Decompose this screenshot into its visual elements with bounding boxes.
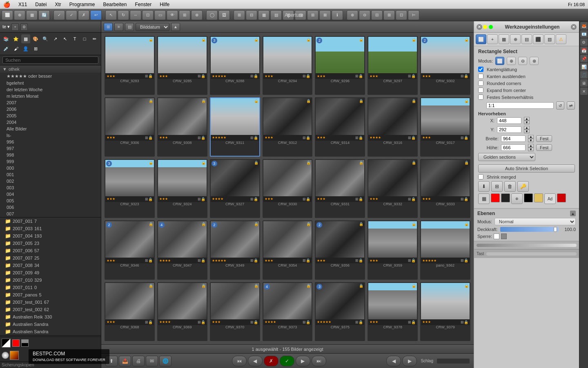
modus-ebenen-select[interactable]: Normal xyxy=(494,218,576,225)
flag-btn[interactable]: ✓ xyxy=(280,356,294,366)
photo-cell-CRW_9296[interactable]: 2 🔒 ★★★ ⊞🔒 CRW_9296 xyxy=(315,36,365,95)
sidebar-item-999[interactable]: 999 xyxy=(0,158,101,165)
red-color[interactable] xyxy=(12,339,20,347)
toolbar-btn-3[interactable]: ▦ xyxy=(26,10,38,20)
toolbar-btn-2[interactable]: ⊕ xyxy=(14,10,25,20)
next-btn[interactable]: ▶ xyxy=(296,356,310,366)
sidebar-item-004[interactable]: 004 xyxy=(0,191,101,197)
folder-2007-007[interactable]: 📁 2007_007 25 xyxy=(0,254,101,262)
photo-cell-CRW_9370[interactable]: 🔒 ★★★ ⊞🔒 CRW_9370 xyxy=(210,282,260,341)
sidebar-item-997[interactable]: 997 xyxy=(0,145,101,152)
y-up-btn[interactable]: ▲ xyxy=(524,126,530,130)
reject-btn[interactable]: ✗ xyxy=(264,356,278,366)
breite-up-btn[interactable]: ▲ xyxy=(528,135,534,139)
tool-pen[interactable]: ✏ xyxy=(90,34,99,43)
tool-zoom[interactable]: 🔍 xyxy=(41,34,50,43)
panel-close-x[interactable]: ✕ xyxy=(571,24,577,30)
toolbar-btn-6[interactable]: ✓ xyxy=(66,10,77,20)
far-icon-3[interactable]: ⚙ xyxy=(580,38,588,46)
photo-cell-CRW_9347[interactable]: 4 🔒 ★★★★ ⊞🔒 CRW_9347 xyxy=(157,220,207,279)
folder-australien-sandra-2[interactable]: 📁 Australien Sandra xyxy=(0,328,101,335)
far-icon-7[interactable]: 🎵 xyxy=(580,71,588,79)
opacity-slider[interactable] xyxy=(500,227,559,232)
toolbar-btn-rect[interactable]: ▭ xyxy=(154,10,166,20)
folder-2007-003[interactable]: 📁 2007_003 161 xyxy=(0,225,101,232)
toolbar-btn-zoom6[interactable]: ⊢ xyxy=(408,10,419,20)
sidebar-item-week[interactable]: der letzten Woche xyxy=(0,86,101,93)
sidebar-item-996[interactable]: 996 xyxy=(0,139,101,145)
menu-datei[interactable]: Datei xyxy=(33,2,48,7)
sidebar-settings-btn[interactable]: ⚙ xyxy=(20,23,28,31)
action-btn-3[interactable]: 🗑 xyxy=(504,181,516,192)
folder-2007-004[interactable]: 📁 2007_004 193 xyxy=(0,232,101,240)
kanten-ausblenden-checkbox[interactable] xyxy=(478,74,483,79)
golden-sections-select[interactable]: Golden sections xyxy=(478,153,535,161)
ratio-reset-btn[interactable]: ↺ xyxy=(556,101,564,110)
kantenglattung-checkbox[interactable] xyxy=(478,67,483,72)
toolbar-btn-8[interactable]: ↩ xyxy=(90,10,102,20)
folder-2007-011[interactable]: 📁 2007_011 0 xyxy=(0,284,101,291)
photo-cell-CRW_9311[interactable]: 🔒 ★★★★★ ⊞🔒 CRW_9311 xyxy=(210,97,260,156)
photo-cell-CRW_9369[interactable]: 🔒 ★★★★ ⊞🔒 CRW_9369 xyxy=(157,282,207,341)
prev-reject-btn[interactable]: ⏮ xyxy=(232,356,247,366)
toolbar-btn-flip[interactable]: ↔ xyxy=(130,10,141,20)
sidebar-item-month[interactable]: m letzten Monat xyxy=(0,93,101,99)
panel-tool-merge[interactable]: ⊕ xyxy=(510,34,521,44)
photo-cell-CRW_9283[interactable]: 🔒 ★★★ ⊞🔒 CRW_9283 xyxy=(105,36,155,95)
folder-2007-panos[interactable]: 📁 2007_panos 5 xyxy=(0,291,101,298)
sidebar-item-001[interactable]: 001 xyxy=(0,171,101,178)
photo-cell-CRW_9302[interactable]: 2 🔒 ★★★ ⊞🔒 CRW_9302 xyxy=(420,36,470,95)
sidebar-item-2006[interactable]: 2006 xyxy=(0,106,101,112)
sidebar-item-stars[interactable]: ★★★★★ oder besser xyxy=(0,73,101,80)
photo-cell-CRW_9316[interactable]: 🔒 ★★★★ ⊞🔒 CRW_9316 xyxy=(368,97,418,156)
folder-2007-test-001[interactable]: 📁 2007_test_001 67 xyxy=(0,298,101,306)
photo-cell-CRW_9375[interactable]: 3 🔒 ★★★★★ ⊞🔒 CRW_9375 xyxy=(315,282,365,341)
photo-cell-CRW_9349[interactable]: 2 🔒 ★★★★★ ⊞🔒 CRW_9349 xyxy=(210,220,260,279)
x-down-btn[interactable]: ▼ xyxy=(524,121,530,124)
prev-btn[interactable]: ◀ xyxy=(248,356,263,366)
photo-cell-CRW_9356[interactable]: 2 🔒 ★★★ ⊞🔒 CRW_9356 xyxy=(315,220,365,279)
photo-cell-CRW_9331[interactable]: 🔒 ★★★ ⊞🔒 CRW_9331 xyxy=(315,159,365,218)
sidebar-item-rejected[interactable]: bgelehnt xyxy=(0,80,101,86)
action-btn-2[interactable]: ⊞ xyxy=(491,181,503,192)
apple-menu[interactable]: 🍎 xyxy=(3,1,10,8)
rounded-corners-checkbox[interactable] xyxy=(478,81,483,86)
sidebar-item-005[interactable]: 005 xyxy=(0,197,101,204)
toolbar-btn-5[interactable]: ✓ xyxy=(53,10,65,20)
folder-australien-sandra-1[interactable]: 📁 Australien Sandra xyxy=(0,321,101,328)
toolbar-btn-info[interactable]: ℹ xyxy=(332,10,343,20)
sidebar-item-ls[interactable]: ls- xyxy=(0,132,101,139)
panel-tool-view3[interactable]: ▧ xyxy=(544,34,555,44)
shrink-merged-checkbox[interactable] xyxy=(478,174,483,180)
folder-2007-005[interactable]: 📁 2007_005 23 xyxy=(0,240,101,247)
menu-hilfe[interactable]: Hilfe xyxy=(158,2,171,7)
tool-rect[interactable]: □ xyxy=(80,34,89,43)
folder-2007-test-002[interactable]: 📁 2007_test_002 62 xyxy=(0,306,101,313)
toolbar-btn-1[interactable]: ⬜ xyxy=(2,10,13,20)
auto-shrink-btn[interactable]: Auto Shrink Selection xyxy=(478,164,575,173)
action-btn-4[interactable]: 🔑 xyxy=(517,181,529,192)
tool-star[interactable]: ⭐ xyxy=(11,34,20,43)
sort-select[interactable]: Bilddatum xyxy=(136,23,169,31)
toolbar-btn-zoom4[interactable]: ⊞ xyxy=(383,10,395,20)
folder-australien-reik[interactable]: 📁 Australien Reik 330 xyxy=(0,313,101,321)
ratio-swap-btn[interactable]: ⇄ xyxy=(567,101,575,110)
breite-input[interactable] xyxy=(501,135,526,142)
modus-btn-3[interactable]: ⊖ xyxy=(518,57,527,65)
panel-tool-add[interactable]: + xyxy=(487,34,498,44)
photo-cell-CRW_9327[interactable]: 3 🔒 ★★★★ ⊞🔒 CRW_9327 xyxy=(210,159,260,218)
ratio-input[interactable] xyxy=(486,102,554,109)
yellow-swatch[interactable] xyxy=(534,193,543,202)
y-input[interactable] xyxy=(497,126,521,133)
print-btn[interactable]: 🖨 xyxy=(132,356,145,366)
toolbar-btn-zoom5[interactable]: ⊡ xyxy=(396,10,407,20)
photo-cell-CRW_9330[interactable]: 🔒 ★★★ ⊞🔒 CRW_9330 xyxy=(263,159,313,218)
lock-checkbox[interactable] xyxy=(494,233,499,239)
toolbar-btn-grid7[interactable]: ⊞ xyxy=(307,10,318,20)
tool-eyedrop[interactable]: 💉 xyxy=(2,44,11,53)
panel-tool-rect[interactable]: ⬜ xyxy=(476,34,486,44)
menu-programme[interactable]: Programme xyxy=(68,2,97,7)
toolbar-btn-circle[interactable]: ◯ xyxy=(206,10,218,20)
modus-btn-2[interactable]: ⊕ xyxy=(507,57,516,65)
toolbar-btn-crop[interactable]: ⊡ xyxy=(142,10,154,20)
